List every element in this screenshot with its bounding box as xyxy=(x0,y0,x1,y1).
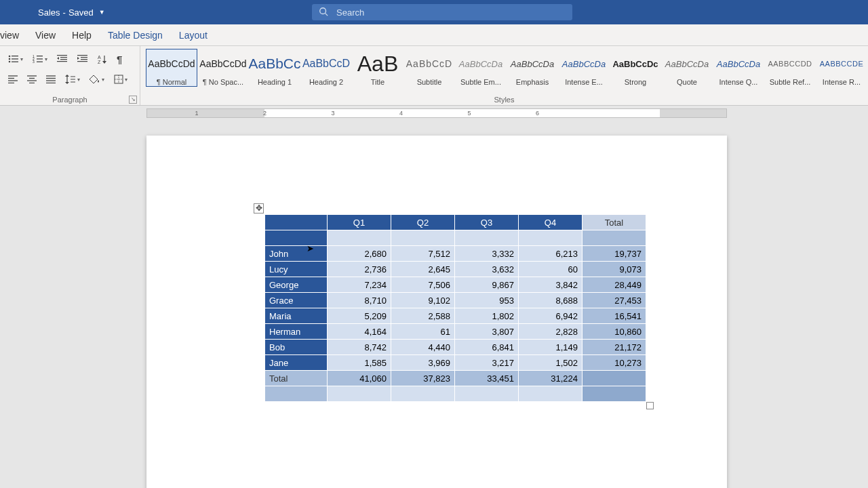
cell-value[interactable]: 3,842 xyxy=(519,277,583,293)
paragraph-launcher-icon[interactable]: ↘ xyxy=(129,96,137,104)
style-heading-1[interactable]: AaBbCcHeading 1 xyxy=(249,49,300,86)
cell-value[interactable]: 1,502 xyxy=(519,355,583,371)
cell-value[interactable]: 60 xyxy=(519,262,583,277)
cell-value[interactable]: 6,213 xyxy=(519,246,583,262)
style-intense-r-[interactable]: AABBCCDEIntense R... xyxy=(816,49,867,86)
row-name[interactable]: George xyxy=(265,277,328,293)
cell-value[interactable]: 1,585 xyxy=(328,355,391,371)
footer-total[interactable] xyxy=(583,371,646,386)
cell-value[interactable]: 9,867 xyxy=(455,277,519,293)
row-name[interactable]: Lucy xyxy=(265,262,328,277)
row-name[interactable]: Grace xyxy=(265,293,328,308)
table-move-handle-icon[interactable]: ✥ xyxy=(254,203,264,214)
cell-value[interactable]: 2,736 xyxy=(328,262,391,277)
style-quote[interactable]: AaBbCcDaQuote xyxy=(661,49,713,86)
increase-indent-button[interactable] xyxy=(75,51,91,67)
page[interactable]: ✥ Q1 Q2 Q3 Q4 Total John2,6807,5123,3326… xyxy=(146,136,727,488)
cell-value[interactable]: 3,632 xyxy=(455,262,519,277)
footer-q4[interactable]: 31,224 xyxy=(519,371,583,386)
header-q2[interactable]: Q2 xyxy=(391,215,455,230)
cell-value[interactable]: 2,588 xyxy=(391,308,455,324)
show-marks-button[interactable]: ¶ xyxy=(114,51,125,67)
row-name[interactable]: Maria xyxy=(265,308,328,324)
cell-value[interactable]: 8,742 xyxy=(328,340,391,355)
cell-total[interactable]: 27,453 xyxy=(583,293,646,308)
style-subtle-ref-[interactable]: AABBCCDDSubtle Ref... xyxy=(764,49,816,86)
search-input[interactable] xyxy=(336,7,566,18)
tab-review-partial[interactable]: view xyxy=(0,26,27,45)
style-subtle-em-[interactable]: AaBbCcDaSubtle Em... xyxy=(455,49,507,86)
style-no-spac-[interactable]: AaBbCcDd¶ No Spac... xyxy=(197,49,249,86)
bullets-button[interactable]: ▾ xyxy=(5,51,26,67)
tab-layout[interactable]: Layout xyxy=(171,26,216,45)
align-justify-button[interactable] xyxy=(43,71,58,87)
cell-value[interactable]: 61 xyxy=(391,324,455,340)
style-intense-q-[interactable]: AaBbCcDaIntense Q... xyxy=(713,49,764,86)
cell-value[interactable]: 3,969 xyxy=(391,355,455,371)
cell-value[interactable]: 9,102 xyxy=(391,293,455,308)
cell-value[interactable]: 6,942 xyxy=(519,308,583,324)
line-spacing-button[interactable]: ▾ xyxy=(62,71,83,87)
cell-value[interactable]: 3,217 xyxy=(455,355,519,371)
cell-total[interactable]: 9,073 xyxy=(583,262,646,277)
cell-value[interactable]: 1,149 xyxy=(519,340,583,355)
horizontal-ruler[interactable]: 123456 xyxy=(146,108,727,118)
cell-total[interactable]: 28,449 xyxy=(583,277,646,293)
cell-value[interactable]: 5,209 xyxy=(328,308,391,324)
sort-button[interactable]: AZ xyxy=(95,51,110,67)
decrease-indent-button[interactable] xyxy=(54,51,71,67)
cell-total[interactable]: 16,541 xyxy=(583,308,646,324)
cell-value[interactable]: 7,512 xyxy=(391,246,455,262)
search-box[interactable] xyxy=(312,4,572,20)
style-intense-e-[interactable]: AaBbCcDaIntense E... xyxy=(558,49,610,86)
header-empty[interactable] xyxy=(265,215,328,230)
cell-total[interactable]: 10,273 xyxy=(583,355,646,371)
cell-value[interactable]: 8,688 xyxy=(519,293,583,308)
tab-help[interactable]: Help xyxy=(64,26,100,45)
row-name[interactable]: Jane xyxy=(265,355,328,371)
tab-table-design[interactable]: Table Design xyxy=(100,26,171,45)
row-name[interactable]: Bob xyxy=(265,340,328,355)
cell-value[interactable]: 953 xyxy=(455,293,519,308)
footer-name[interactable]: Total xyxy=(265,371,328,386)
cell-value[interactable]: 1,802 xyxy=(455,308,519,324)
document-canvas[interactable]: ✥ Q1 Q2 Q3 Q4 Total John2,6807,5123,3326… xyxy=(0,121,868,488)
align-left-button[interactable] xyxy=(5,71,20,87)
footer-q1[interactable]: 41,060 xyxy=(328,371,391,386)
cell-total[interactable]: 21,172 xyxy=(583,340,646,355)
cell-total[interactable]: 10,860 xyxy=(583,324,646,340)
style-strong[interactable]: AaBbCcDcStrong xyxy=(610,49,661,86)
cell-value[interactable]: 7,234 xyxy=(328,277,391,293)
cell-value[interactable]: 4,164 xyxy=(328,324,391,340)
header-q3[interactable]: Q3 xyxy=(455,215,519,230)
header-total[interactable]: Total xyxy=(583,215,646,230)
row-name[interactable]: John xyxy=(265,246,328,262)
style-heading-2[interactable]: AaBbCcDHeading 2 xyxy=(300,49,352,86)
style-subtitle[interactable]: AaBbCcDSubtitle xyxy=(403,49,455,86)
cell-value[interactable]: 2,828 xyxy=(519,324,583,340)
align-center-button[interactable] xyxy=(24,71,39,87)
cell-value[interactable]: 3,332 xyxy=(455,246,519,262)
cell-value[interactable]: 6,841 xyxy=(455,340,519,355)
cell-value[interactable]: 2,680 xyxy=(328,246,391,262)
style-normal[interactable]: AaBbCcDd¶ Normal xyxy=(146,49,197,87)
borders-button[interactable]: ▾ xyxy=(111,71,130,87)
numbering-button[interactable]: 123 ▾ xyxy=(30,51,50,67)
cell-value[interactable]: 3,807 xyxy=(455,324,519,340)
header-q1[interactable]: Q1 xyxy=(328,215,391,230)
row-name[interactable]: Herman xyxy=(265,324,328,340)
cell-value[interactable]: 4,440 xyxy=(391,340,455,355)
tab-view[interactable]: View xyxy=(27,26,64,45)
cell-value[interactable]: 8,710 xyxy=(328,293,391,308)
cell-value[interactable]: 7,506 xyxy=(391,277,455,293)
sales-table[interactable]: Q1 Q2 Q3 Q4 Total John2,6807,5123,3326,2… xyxy=(264,214,646,402)
shading-button[interactable]: ▾ xyxy=(87,71,107,87)
document-title[interactable]: Sales - Saved ▼ xyxy=(38,7,105,18)
footer-q3[interactable]: 33,451 xyxy=(455,371,519,386)
style-title[interactable]: AaBTitle xyxy=(352,49,403,86)
style-emphasis[interactable]: AaBbCcDaEmphasis xyxy=(507,49,558,86)
footer-q2[interactable]: 37,823 xyxy=(391,371,455,386)
header-q4[interactable]: Q4 xyxy=(519,215,583,230)
cell-total[interactable]: 19,737 xyxy=(583,246,646,262)
table-resize-handle-icon[interactable] xyxy=(646,402,654,409)
